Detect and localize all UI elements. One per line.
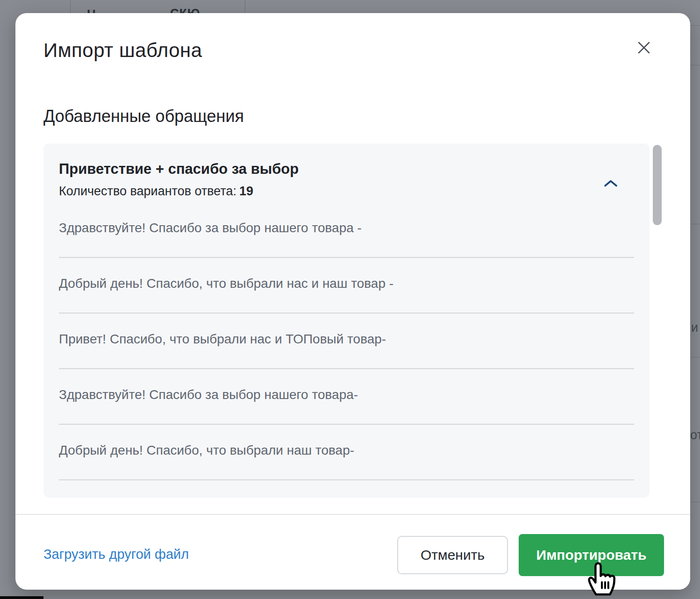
table-row-divider: [690, 65, 700, 65]
answer-count-label: Количество вариантов ответа:: [59, 184, 236, 198]
background-text-fragment: и: [691, 321, 698, 335]
close-icon: [636, 40, 652, 57]
answer-variant-field[interactable]: Добрый день! Спасибо, что выбрали наш то…: [59, 443, 634, 480]
import-button[interactable]: Импортировать: [519, 534, 664, 576]
background-right-fragment: и от: [690, 0, 700, 599]
background-table-fragment: Н СКЮ: [0, 0, 700, 13]
answer-variant-text: Привет! Спасибо, что выбрали нас и ТОПов…: [59, 332, 634, 347]
answer-variant-text: Здравствуйте! Спасибо за выбор нашего то…: [59, 221, 634, 235]
close-button[interactable]: [633, 37, 655, 59]
template-name: Приветствие + спасибо за выбор: [59, 161, 634, 178]
table-column-divider: [70, 0, 71, 13]
scrollbar-thumb[interactable]: [653, 145, 662, 225]
table-column-divider: [245, 0, 245, 13]
table-header-fragment: Н: [87, 7, 96, 13]
table-header-fragment: СКЮ: [170, 6, 200, 13]
template-card: Приветствие + спасибо за выбор Количеств…: [43, 143, 650, 498]
table-row-divider: [690, 224, 700, 224]
modal-title: Импорт шаблона: [43, 39, 202, 62]
answer-variant-field[interactable]: Здравствуйте! Спасибо за выбор нашего то…: [59, 387, 634, 425]
chevron-up-icon: [604, 179, 618, 189]
answer-variant-field[interactable]: Здравствуйте! Спасибо за выбор нашего то…: [59, 221, 634, 258]
answer-variant-field[interactable]: Добрый день! Спасибо, что выбрали нас и …: [59, 276, 634, 314]
cancel-button[interactable]: Отменить: [397, 536, 508, 574]
import-template-modal: Импорт шаблона Добавленные обращения При…: [15, 13, 690, 590]
section-title: Добавленные обращения: [43, 107, 244, 126]
footer-divider: [15, 514, 690, 515]
background-text-fragment: от: [690, 428, 700, 442]
answer-count-value: 19: [239, 184, 253, 198]
collapse-button[interactable]: [600, 175, 621, 193]
background-bar: [0, 596, 43, 599]
table-row-divider: [690, 502, 700, 502]
table-row-divider: [690, 25, 700, 26]
answer-count: Количество вариантов ответа:19: [59, 184, 634, 199]
answer-variant-text: Добрый день! Спасибо, что выбрали нас и …: [59, 276, 634, 291]
answer-variant-text: Здравствуйте! Спасибо за выбор нашего то…: [59, 387, 634, 402]
template-card-header: Приветствие + спасибо за выбор Количеств…: [59, 161, 634, 199]
upload-another-file-link[interactable]: Загрузить другой файл: [43, 547, 189, 562]
answer-variant-text: Добрый день! Спасибо, что выбрали наш то…: [59, 443, 634, 458]
answer-variant-field[interactable]: Привет! Спасибо, что выбрали нас и ТОПов…: [59, 332, 634, 369]
table-row-divider: [690, 357, 700, 357]
